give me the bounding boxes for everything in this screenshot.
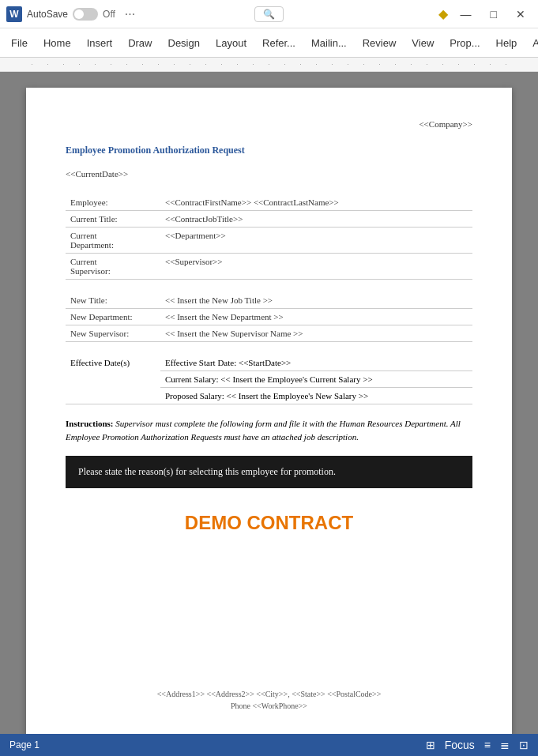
tab-properties[interactable]: Prop...	[442, 34, 487, 52]
table-row: New Department: << Insert the New Depart…	[66, 309, 472, 325]
current-date-field: <<CurrentDate>>	[66, 169, 472, 179]
table-row: Employee: <<ContractFirstName>> <<Contra…	[66, 194, 472, 211]
tab-view[interactable]: View	[404, 34, 442, 52]
current-dept-value: <<Department>>	[160, 228, 472, 254]
status-bar-right: ⊞ Focus ≡ ≣ ⊡	[426, 739, 529, 751]
promotion-reason-box: Please state the reason(s) for selecting…	[66, 456, 472, 488]
employee-label: Employee:	[66, 194, 160, 211]
page: <<Company>> Employee Promotion Authoriza…	[26, 88, 512, 734]
current-salary-value: << Insert the Employee's Current Salary …	[220, 374, 372, 384]
new-info-table: New Title: << Insert the New Job Title >…	[66, 292, 472, 342]
focus-label[interactable]: Focus	[445, 739, 475, 751]
title-bar-left: W AutoSave Off ···	[6, 6, 182, 23]
diamond-icon: ◆	[438, 6, 448, 21]
search-icon: 🔍	[263, 9, 275, 20]
page-label: Page 1	[9, 739, 40, 750]
word-icon: W	[6, 6, 22, 22]
current-supervisor-label: CurrentSupervisor:	[66, 254, 160, 280]
footer-address: <<Address1>> <<Address2>> <<City>>, <<St…	[26, 688, 512, 712]
view-icon-1[interactable]: ≡	[484, 739, 491, 751]
tab-draw[interactable]: Draw	[120, 34, 160, 52]
document-title: Employee Promotion Authorization Request	[66, 145, 472, 156]
employee-info-table: Employee: <<ContractFirstName>> <<Contra…	[66, 194, 472, 280]
table-row: CurrentDepartment: <<Department>>	[66, 228, 472, 254]
tab-review[interactable]: Review	[355, 34, 404, 52]
effective-start-field: Effective Start Date: <<StartDate>>	[160, 355, 472, 371]
current-title-value: <<ContractJobTitle>>	[160, 211, 472, 228]
proposed-salary-field: Proposed Salary: << Insert the Employee'…	[160, 388, 472, 404]
current-title-label: Current Title:	[66, 211, 160, 228]
view-icon-2[interactable]: ≣	[500, 739, 510, 751]
current-supervisor-value: <<Supervisor>>	[160, 254, 472, 280]
current-dept-label: CurrentDepartment:	[66, 228, 160, 254]
new-supervisor-value: << Insert the New Supervisor Name >>	[160, 325, 472, 342]
toggle-knob	[74, 9, 84, 19]
instructions-block: Instructions: Supervisor must complete t…	[66, 417, 472, 443]
tab-insert[interactable]: Insert	[79, 34, 121, 52]
ruler-line	[32, 64, 506, 65]
demo-contract-watermark: DEMO CONTRACT	[66, 512, 472, 534]
autosave-label: AutoSave	[27, 9, 68, 20]
address-line: <<Address1>> <<Address2>> <<City>>, <<St…	[26, 688, 512, 700]
phone-line: Phone <<WorkPhone>>	[26, 700, 512, 712]
table-row: CurrentSupervisor: <<Supervisor>>	[66, 254, 472, 280]
ribbon-tabs: File Home Insert Draw Design Layout Refe…	[0, 28, 538, 57]
new-title-label: New Title:	[66, 292, 160, 309]
current-salary-field: Current Salary: << Insert the Employee's…	[160, 371, 472, 388]
more-button[interactable]: ···	[120, 6, 140, 23]
tab-help[interactable]: Help	[488, 34, 525, 52]
table-row: Effective Date(s) Effective Start Date: …	[66, 355, 472, 371]
current-salary-label: Current Salary:	[165, 374, 219, 384]
tab-file[interactable]: File	[3, 34, 36, 52]
new-title-value: << Insert the New Job Title >>	[160, 292, 472, 309]
instructions-bold: Instructions:	[66, 419, 114, 428]
document-area[interactable]: <<Company>> Employee Promotion Authoriza…	[0, 72, 538, 734]
close-button[interactable]: ✕	[510, 5, 532, 24]
effective-start-label: Effective Start Date:	[165, 358, 236, 367]
effective-dates-label: Effective Date(s)	[66, 355, 160, 404]
tab-acrobat[interactable]: Acro...	[525, 34, 538, 52]
table-row: Current Title: <<ContractJobTitle>>	[66, 211, 472, 228]
ribbon: File Home Insert Draw Design Layout Refe…	[0, 28, 538, 58]
title-bar-center: 🔍	[182, 6, 357, 22]
status-bar: Page 1 ⊞ Focus ≡ ≣ ⊡	[0, 734, 538, 756]
tab-references[interactable]: Refer...	[254, 34, 303, 52]
instructions-text: Supervisor must complete the following f…	[66, 419, 461, 442]
company-field: <<Company>>	[66, 119, 472, 129]
new-dept-value: << Insert the New Department >>	[160, 309, 472, 325]
layout-icon[interactable]: ⊞	[426, 739, 435, 751]
effective-dates-table: Effective Date(s) Effective Start Date: …	[66, 355, 472, 404]
toggle-state-label: Off	[103, 9, 115, 20]
search-button[interactable]: 🔍	[254, 6, 284, 22]
view-icon-3[interactable]: ⊡	[519, 739, 529, 751]
new-supervisor-label: New Supervisor:	[66, 325, 160, 342]
minimize-button[interactable]: —	[454, 5, 478, 24]
title-bar-right: ◆ — □ ✕	[356, 5, 532, 24]
effective-start-value: <<StartDate>>	[239, 358, 291, 367]
proposed-salary-value: << Insert the Employee's New Salary >>	[227, 391, 369, 401]
ruler	[0, 58, 538, 72]
employee-value: <<ContractFirstName>> <<ContractLastName…	[160, 194, 472, 211]
proposed-salary-label: Proposed Salary:	[165, 391, 224, 401]
autosave-toggle[interactable]	[73, 8, 98, 21]
maximize-button[interactable]: □	[484, 5, 503, 24]
tab-layout[interactable]: Layout	[208, 34, 254, 52]
tab-mailings[interactable]: Mailin...	[303, 34, 355, 52]
tab-home[interactable]: Home	[36, 34, 79, 52]
table-row: New Title: << Insert the New Job Title >…	[66, 292, 472, 309]
title-bar: W AutoSave Off ··· 🔍 ◆ — □ ✕	[0, 0, 538, 28]
new-dept-label: New Department:	[66, 309, 160, 325]
table-row: New Supervisor: << Insert the New Superv…	[66, 325, 472, 342]
tab-design[interactable]: Design	[160, 34, 208, 52]
